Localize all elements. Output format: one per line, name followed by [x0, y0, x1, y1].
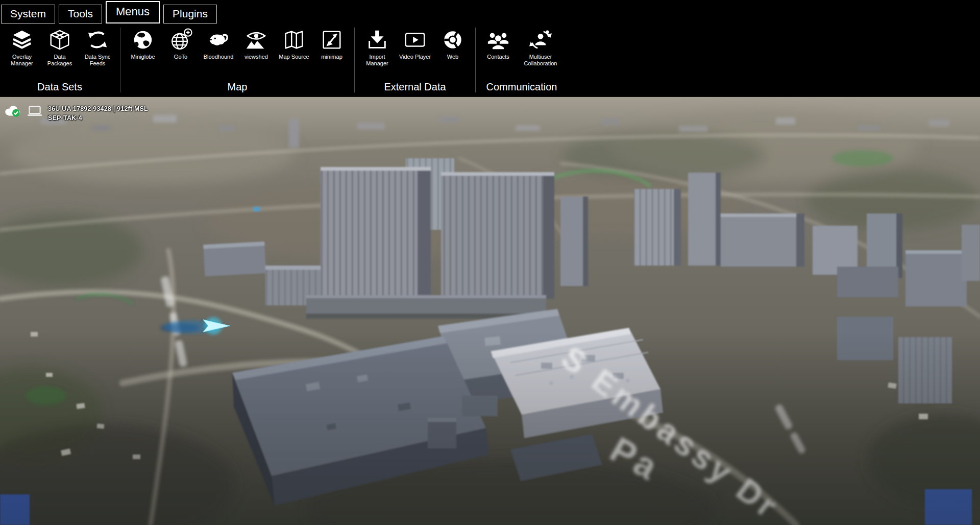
video-player-button[interactable]: Video Player	[396, 26, 434, 60]
self-status-overlay: 36U UA 17892 93428 | 912ft MSL SEP-TAK-4	[4, 104, 148, 123]
ribbon-group-label: Map	[124, 80, 351, 96]
button-label: Multiuser Collaboration	[517, 54, 564, 66]
tab-menus[interactable]: Menus	[106, 1, 160, 23]
button-label: Contacts	[487, 54, 509, 60]
browser-icon	[441, 27, 464, 53]
goto-button[interactable]: GoTo	[162, 26, 200, 60]
sync-ok-status-icon[interactable]	[4, 104, 21, 117]
button-label: GoTo	[174, 54, 187, 60]
ribbon-toolbar: Overlay Manager Data Packages Data Sync …	[0, 23, 980, 97]
button-label: viewshed	[244, 54, 268, 60]
multiuser-icon	[529, 27, 552, 53]
package-icon	[48, 27, 71, 53]
ribbon-group-communication: Contacts Multiuser Collaboration Communi…	[477, 23, 566, 97]
button-label: Data Sync Feeds	[79, 54, 116, 66]
ribbon-group-external-data: Import Manager Video Player Web External…	[356, 23, 474, 97]
ribbon-group-data-sets: Overlay Manager Data Packages Data Sync …	[1, 23, 118, 97]
contacts-button[interactable]: Contacts	[479, 26, 517, 60]
overlay-manager-button[interactable]: Overlay Manager	[3, 26, 41, 66]
button-label: Data Packages	[41, 54, 79, 66]
tab-system[interactable]: System	[1, 5, 55, 23]
web-button[interactable]: Web	[434, 26, 472, 60]
button-label: Map Source	[279, 54, 309, 60]
sync-icon	[86, 27, 109, 53]
button-label: minimap	[321, 54, 342, 60]
minimap-button[interactable]: minimap	[313, 26, 351, 60]
ribbon-group-label: External Data	[358, 80, 472, 96]
video-icon	[403, 27, 427, 53]
bloodhound-button[interactable]: Bloodhound	[200, 26, 237, 60]
vignette-overlay	[0, 97, 980, 525]
miniglobe-button[interactable]: Miniglobe	[124, 26, 162, 60]
eye-mountain-icon	[244, 27, 268, 53]
tab-tools[interactable]: Tools	[59, 5, 102, 23]
import-icon	[365, 27, 389, 53]
map-arrow-icon	[320, 27, 344, 53]
button-label: Import Manager	[358, 54, 396, 66]
tab-plugins[interactable]: Plugins	[163, 5, 217, 23]
ribbon-group-label: Communication	[479, 80, 564, 96]
ribbon-group-label: Data Sets	[3, 80, 116, 96]
contacts-icon	[486, 27, 510, 53]
globe-icon	[131, 27, 155, 53]
map-source-button[interactable]: Map Source	[275, 26, 313, 60]
dog-icon	[207, 27, 230, 53]
globe-plus-icon	[169, 27, 192, 53]
self-coordinates: 36U UA 17892 93428 | 912ft MSL	[48, 104, 148, 113]
map-viewport[interactable]: S Embassy Dr Pa 36U UA 1	[0, 97, 980, 525]
data-sync-feeds-button[interactable]: Data Sync Feeds	[79, 26, 116, 66]
button-label: Video Player	[399, 54, 431, 60]
multiuser-collaboration-button[interactable]: Multiuser Collaboration	[517, 26, 564, 66]
self-callsign: SEP-TAK-4	[48, 113, 148, 123]
folded-map-icon	[282, 27, 306, 53]
data-packages-button[interactable]: Data Packages	[41, 26, 79, 66]
ribbon-separator	[120, 28, 120, 92]
button-label: Bloodhound	[204, 54, 234, 60]
button-label: Web	[447, 54, 458, 60]
layers-icon	[10, 27, 34, 53]
viewshed-button[interactable]: viewshed	[237, 26, 275, 60]
map-3d-scene: S Embassy Dr Pa	[0, 97, 980, 525]
menu-tab-bar: System Tools Menus Plugins	[0, 0, 980, 23]
button-label: Miniglobe	[131, 54, 155, 60]
ribbon-separator	[354, 28, 355, 92]
button-label: Overlay Manager	[3, 54, 41, 66]
device-status-icon[interactable]	[26, 104, 43, 117]
ribbon-separator	[475, 28, 476, 92]
ribbon-group-map: Miniglobe GoTo Bloodhound viewshed	[122, 23, 353, 97]
import-manager-button[interactable]: Import Manager	[358, 26, 396, 66]
